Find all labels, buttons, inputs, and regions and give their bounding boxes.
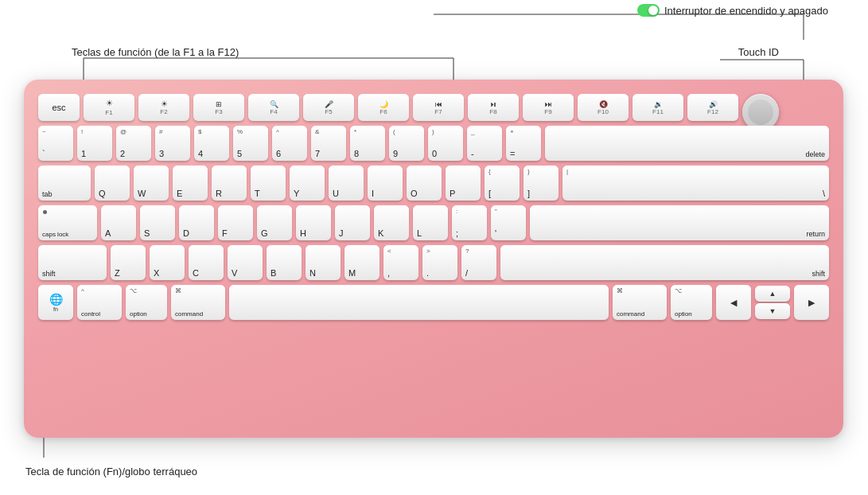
key-d[interactable]: D (179, 205, 214, 240)
key-v[interactable]: V (228, 245, 263, 280)
key-period[interactable]: > . (422, 245, 457, 280)
key-space[interactable] (229, 285, 609, 320)
key-return[interactable]: return (530, 205, 829, 240)
key-fn-globe[interactable]: 🌐 fn (38, 285, 73, 320)
key-semicolon[interactable]: : ; (452, 205, 487, 240)
key-a[interactable]: A (101, 205, 136, 240)
key-arrow-left[interactable]: ◀ (716, 285, 751, 320)
touch-id-annotation: Touch ID (738, 46, 779, 58)
key-0[interactable]: ) 0 (428, 126, 463, 161)
key-8[interactable]: * 8 (350, 126, 385, 161)
key-h[interactable]: H (296, 205, 331, 240)
key-option-right[interactable]: ⌥ option (671, 285, 712, 320)
key-esc[interactable]: esc (38, 94, 80, 121)
key-minus[interactable]: _ - (467, 126, 502, 161)
key-f7[interactable]: ⏮ F7 (413, 94, 464, 121)
key-f11[interactable]: 🔉 F11 (633, 94, 683, 121)
key-i[interactable]: I (368, 166, 403, 201)
key-f3[interactable]: ⊞ F3 (193, 94, 244, 121)
key-arrow-right[interactable]: ▶ (794, 285, 829, 320)
key-caps-lock[interactable]: caps lock (38, 205, 97, 240)
asdf-row: caps lock A S D F G H J K L : ; " ' (38, 205, 829, 240)
key-command-right[interactable]: ⌘ command (613, 285, 667, 320)
key-q[interactable]: Q (95, 166, 130, 201)
key-lbracket[interactable]: { [ (485, 166, 520, 201)
key-w[interactable]: W (134, 166, 169, 201)
key-z[interactable]: Z (111, 245, 146, 280)
key-y[interactable]: Y (290, 166, 325, 201)
key-f12[interactable]: 🔊 F12 (687, 94, 738, 121)
key-f1[interactable]: ☀ F1 (84, 94, 134, 121)
key-option-left[interactable]: ⌥ option (126, 285, 167, 320)
key-f4[interactable]: 🔍 F4 (248, 94, 299, 121)
key-k[interactable]: K (374, 205, 409, 240)
key-p[interactable]: P (446, 166, 481, 201)
function-keys-annotation: Teclas de función (de la F1 a la F12) (72, 46, 239, 58)
arrow-up-down-group: ▲ ▼ (755, 286, 790, 319)
number-row: ~ ` ! 1 @ 2 # 3 $ 4 (38, 126, 829, 161)
key-tab[interactable]: tab (38, 166, 91, 201)
key-3[interactable]: # 3 (155, 126, 190, 161)
key-f2[interactable]: ☀ F2 (138, 94, 189, 121)
key-equals[interactable]: + = (506, 126, 541, 161)
keyboard-body: esc ☀ F1 ☀ F2 ⊞ F3 🔍 F4 (24, 80, 843, 438)
keyboard: esc ☀ F1 ☀ F2 ⊞ F3 🔍 F4 (24, 80, 843, 438)
key-rbracket[interactable]: } ] (524, 166, 559, 201)
key-5[interactable]: % 5 (233, 126, 268, 161)
key-arrow-down[interactable]: ▼ (755, 303, 790, 319)
key-f8[interactable]: ⏯ F8 (468, 94, 519, 121)
key-delete[interactable]: delete (545, 126, 829, 161)
key-x[interactable]: X (150, 245, 185, 280)
key-n[interactable]: N (306, 245, 341, 280)
zxcv-row: shift Z X C V B N M < , > . ? (38, 245, 829, 280)
key-f6[interactable]: 🌙 F6 (358, 94, 409, 121)
key-g[interactable]: G (257, 205, 292, 240)
qwerty-row: tab Q W E R T Y U I O P { [ } ] (38, 166, 829, 201)
key-7[interactable]: & 7 (311, 126, 346, 161)
fn-globe-annotation: Tecla de función (Fn)/globo terráqueo (25, 466, 197, 477)
key-l[interactable]: L (413, 205, 448, 240)
key-backtick[interactable]: ~ ` (38, 126, 73, 161)
key-f5[interactable]: 🎤 F5 (303, 94, 354, 121)
key-comma[interactable]: < , (383, 245, 418, 280)
key-9[interactable]: ( 9 (389, 126, 424, 161)
key-u[interactable]: U (329, 166, 364, 201)
caps-lock-indicator (43, 210, 47, 214)
key-t[interactable]: T (251, 166, 286, 201)
key-shift-left[interactable]: shift (38, 245, 107, 280)
power-switch-annotation: Interruptor de encendido y apagado (637, 4, 828, 17)
key-4[interactable]: $ 4 (194, 126, 229, 161)
key-6[interactable]: ^ 6 (272, 126, 307, 161)
key-command-left[interactable]: ⌘ command (171, 285, 225, 320)
key-f[interactable]: F (218, 205, 253, 240)
bottom-row: 🌐 fn ^ control ⌥ option ⌘ command (38, 285, 829, 320)
key-arrow-up[interactable]: ▲ (755, 286, 790, 302)
key-shift-right[interactable]: shift (500, 245, 829, 280)
key-2[interactable]: @ 2 (116, 126, 151, 161)
key-control[interactable]: ^ control (77, 285, 122, 320)
key-f10[interactable]: 🔇 F10 (578, 94, 629, 121)
key-m[interactable]: M (344, 245, 380, 280)
key-j[interactable]: J (335, 205, 370, 240)
key-s[interactable]: S (140, 205, 175, 240)
key-slash[interactable]: ? / (461, 245, 496, 280)
key-c[interactable]: C (189, 245, 224, 280)
key-e[interactable]: E (173, 166, 208, 201)
key-f9[interactable]: ⏭ F9 (523, 94, 574, 121)
arrow-key-cluster: ◀ ▲ ▼ ▶ (716, 285, 829, 320)
key-quote[interactable]: " ' (491, 205, 526, 240)
function-key-row: esc ☀ F1 ☀ F2 ⊞ F3 🔍 F4 (38, 94, 829, 121)
key-backslash[interactable]: | \ (562, 166, 829, 201)
key-r[interactable]: R (212, 166, 247, 201)
power-toggle[interactable] (637, 4, 660, 17)
screenshot: Interruptor de encendido y apagado Tecla… (0, 0, 868, 495)
key-1[interactable]: ! 1 (77, 126, 112, 161)
key-o[interactable]: O (407, 166, 442, 201)
touch-id-sensor (748, 99, 773, 125)
power-switch-label: Interruptor de encendido y apagado (664, 5, 828, 17)
key-b[interactable]: B (267, 245, 302, 280)
